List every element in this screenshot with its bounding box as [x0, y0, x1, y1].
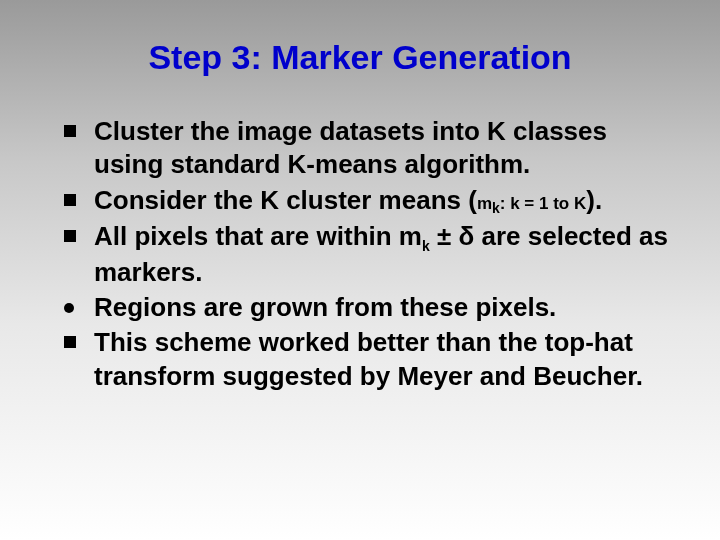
list-item: Regions are grown from these pixels. [64, 291, 670, 324]
list-item: This scheme worked better than the top-h… [64, 326, 670, 393]
list-item: Cluster the image datasets into K classe… [64, 115, 670, 182]
list-item: All pixels that are within mk ± δ are se… [64, 220, 670, 289]
bullet-list: Cluster the image datasets into K classe… [50, 115, 670, 393]
list-item: Consider the K cluster means (mk: k = 1 … [64, 184, 670, 218]
slide-title: Step 3: Marker Generation [50, 38, 670, 77]
